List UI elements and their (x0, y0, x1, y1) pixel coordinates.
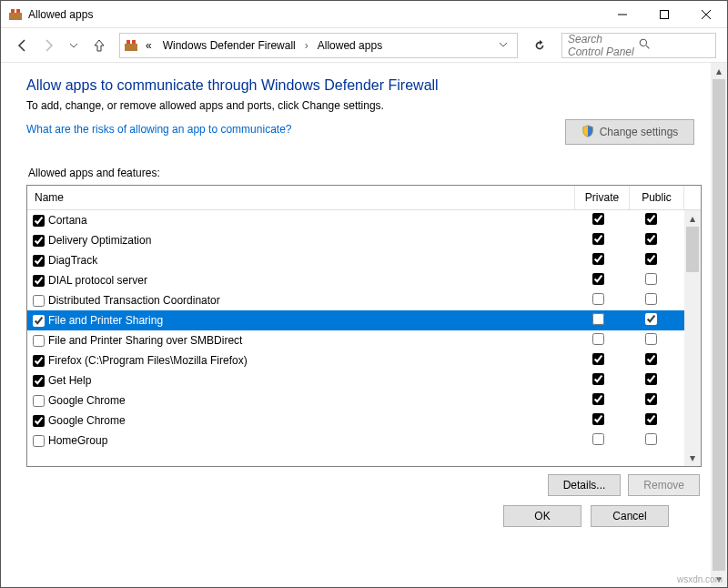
ok-button[interactable]: OK (503, 505, 581, 527)
risks-link[interactable]: What are the risks of allowing an app to… (26, 123, 291, 136)
table-row[interactable]: DiagTrack (27, 250, 684, 270)
row-enable-checkbox[interactable] (33, 295, 45, 307)
row-private-checkbox[interactable] (592, 293, 604, 305)
row-public-checkbox[interactable] (645, 333, 657, 345)
row-private-checkbox[interactable] (592, 233, 604, 245)
list-scroll-down-icon[interactable]: ▾ (684, 450, 701, 466)
table-row[interactable]: HomeGroup (27, 431, 684, 451)
row-private-checkbox[interactable] (592, 353, 604, 365)
table-row[interactable]: Delivery Optimization (27, 230, 684, 250)
cancel-button[interactable]: Cancel (591, 505, 669, 527)
forward-button[interactable] (37, 35, 59, 56)
row-name-label: Google Chrome (48, 394, 573, 407)
row-enable-checkbox[interactable] (33, 395, 45, 407)
address-dropdown[interactable] (493, 39, 513, 52)
row-private-checkbox[interactable] (592, 433, 604, 445)
watermark: wsxdn.com (677, 574, 723, 584)
row-enable-checkbox[interactable] (33, 355, 45, 367)
col-public[interactable]: Public (630, 186, 684, 209)
table-row[interactable]: Firefox (C:\Program Files\Mozilla Firefo… (27, 350, 684, 370)
recent-dropdown[interactable] (63, 35, 85, 56)
page-subtext: To add, change, or remove allowed apps a… (26, 99, 702, 112)
table-row[interactable]: File and Printer Sharing over SMBDirect (27, 330, 684, 350)
row-enable-checkbox[interactable] (33, 235, 45, 247)
change-settings-label: Change settings (600, 126, 679, 138)
refresh-button[interactable] (527, 33, 552, 58)
row-private-checkbox[interactable] (592, 313, 604, 325)
row-private-checkbox[interactable] (592, 413, 604, 425)
svg-rect-1 (11, 9, 15, 13)
row-public-checkbox[interactable] (645, 273, 657, 285)
breadcrumb-allowed-apps[interactable]: Allowed apps (314, 37, 386, 54)
close-button[interactable] (685, 1, 727, 28)
row-public-checkbox[interactable] (645, 213, 657, 225)
row-public-checkbox[interactable] (645, 353, 657, 365)
row-name-label: Get Help (48, 374, 573, 387)
search-input[interactable]: Search Control Panel (561, 33, 716, 58)
row-private-checkbox[interactable] (592, 373, 604, 385)
rows-container: CortanaDelivery OptimizationDiagTrackDIA… (27, 210, 684, 466)
titlebar: Allowed apps (1, 1, 727, 28)
col-name[interactable]: Name (27, 186, 575, 209)
list-scroll-thumb[interactable] (686, 227, 699, 272)
svg-rect-0 (9, 13, 22, 20)
content-area: ▴ ▾ Allow apps to communicate through Wi… (1, 63, 727, 587)
table-row[interactable]: Google Chrome (27, 411, 684, 431)
scroll-up-icon[interactable]: ▴ (711, 63, 727, 79)
svg-line-11 (646, 46, 649, 48)
list-scrollbar[interactable]: ▴ ▾ (684, 210, 701, 466)
breadcrumb-firewall[interactable]: Windows Defender Firewall (159, 37, 299, 54)
row-public-checkbox[interactable] (645, 373, 657, 385)
row-private-checkbox[interactable] (592, 333, 604, 345)
svg-rect-7 (125, 44, 137, 51)
row-private-checkbox[interactable] (592, 253, 604, 265)
back-button[interactable] (12, 35, 34, 56)
row-enable-checkbox[interactable] (33, 315, 45, 327)
maximize-button[interactable] (643, 1, 685, 28)
row-public-checkbox[interactable] (645, 413, 657, 425)
row-enable-checkbox[interactable] (33, 275, 45, 287)
row-name-label: Google Chrome (48, 414, 573, 427)
up-button[interactable] (88, 35, 110, 56)
col-private[interactable]: Private (575, 186, 630, 209)
row-enable-checkbox[interactable] (33, 375, 45, 387)
row-private-checkbox[interactable] (592, 213, 604, 225)
table-row[interactable]: Cortana (27, 210, 684, 230)
app-icon (8, 7, 23, 22)
row-enable-checkbox[interactable] (33, 435, 45, 447)
minimize-button[interactable] (602, 1, 643, 28)
row-public-checkbox[interactable] (645, 233, 657, 245)
group-label: Allowed apps and features: (28, 167, 702, 179)
svg-rect-8 (126, 40, 130, 44)
change-settings-button[interactable]: Change settings (565, 119, 694, 145)
row-public-checkbox[interactable] (645, 293, 657, 305)
table-row[interactable]: Distributed Transaction Coordinator (27, 290, 684, 310)
row-enable-checkbox[interactable] (33, 335, 45, 347)
table-row[interactable]: Get Help (27, 370, 684, 390)
address-bar[interactable]: « Windows Defender Firewall › Allowed ap… (119, 33, 518, 58)
window-root: Allowed apps « Windows Defender Firewall… (0, 0, 728, 588)
row-private-checkbox[interactable] (592, 273, 604, 285)
svg-point-10 (640, 39, 646, 46)
row-public-checkbox[interactable] (645, 393, 657, 405)
row-enable-checkbox[interactable] (33, 255, 45, 267)
row-enable-checkbox[interactable] (33, 415, 45, 427)
content-scrollbar[interactable]: ▴ ▾ (711, 63, 727, 587)
row-enable-checkbox[interactable] (33, 215, 45, 227)
list-scroll-up-icon[interactable]: ▴ (684, 210, 701, 227)
details-button[interactable]: Details... (548, 474, 622, 496)
row-public-checkbox[interactable] (645, 433, 657, 445)
row-public-checkbox[interactable] (645, 253, 657, 265)
scroll-thumb[interactable] (713, 79, 725, 571)
search-placeholder: Search Control Panel (568, 33, 639, 58)
remove-button[interactable]: Remove (628, 474, 700, 496)
row-public-checkbox[interactable] (645, 313, 657, 325)
table-row[interactable]: File and Printer Sharing (27, 310, 684, 330)
navbar: « Windows Defender Firewall › Allowed ap… (1, 28, 727, 63)
svg-rect-4 (661, 10, 669, 18)
row-name-label: Cortana (48, 214, 573, 227)
breadcrumb-prefix[interactable]: « (142, 37, 156, 54)
table-row[interactable]: DIAL protocol server (27, 270, 684, 290)
table-row[interactable]: Google Chrome (27, 390, 684, 411)
row-private-checkbox[interactable] (592, 393, 604, 405)
